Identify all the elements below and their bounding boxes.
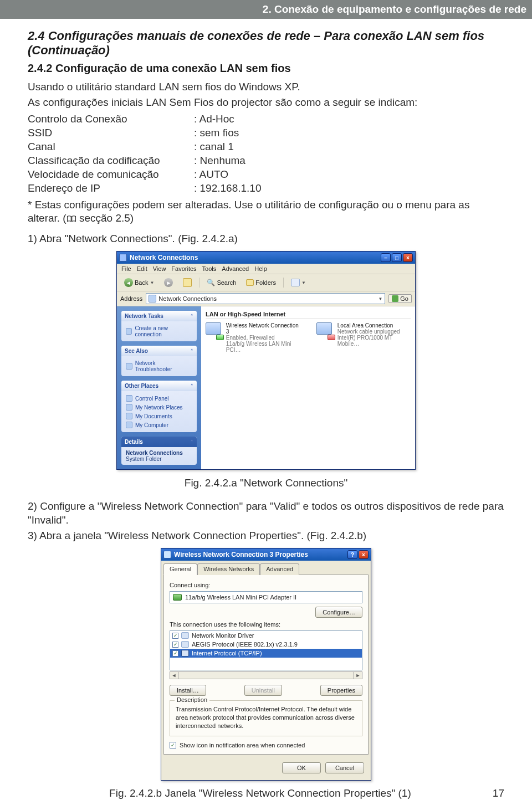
items-listbox[interactable]: ✓ Network Monitor Driver ✓ AEGIS Protoco… <box>170 630 362 670</box>
main-pane: LAN or High-Speed Internet Wireless Netw… <box>201 306 415 469</box>
help-button[interactable]: ? <box>347 550 357 559</box>
menu-item[interactable]: Tools <box>202 265 217 272</box>
description-text: Transmission Control Protocol/Internet P… <box>176 705 356 730</box>
sidebar-item-label: My Computer <box>135 422 168 428</box>
list-item-selected[interactable]: ✓ Internet Protocol (TCP/IP) <box>170 649 362 658</box>
tab-body: Connect using: 11a/b/g Wireless LAN Mini… <box>163 575 369 755</box>
menu-item[interactable]: Favorites <box>171 265 196 272</box>
menu-item[interactable]: Advanced <box>222 265 249 272</box>
configure-button[interactable]: Configure… <box>315 607 362 618</box>
panel-title: Other Places <box>125 383 158 389</box>
details-line: System Folder <box>126 456 192 462</box>
sidebar-item[interactable]: My Documents <box>126 412 192 421</box>
checkbox-icon[interactable]: ✓ <box>170 742 176 748</box>
go-button[interactable]: Go <box>388 294 412 303</box>
address-input[interactable]: Network Connections ▼ <box>146 293 385 304</box>
menubar[interactable]: File Edit View Favorites Tools Advanced … <box>117 264 415 274</box>
back-icon: ◄ <box>124 278 133 287</box>
toolbar: ◄Back▼ ► 🔍Search Folders ▼ <box>117 274 415 291</box>
sidebar-item[interactable]: My Computer <box>126 421 192 429</box>
link-icon <box>126 328 132 335</box>
close-button[interactable]: × <box>359 550 369 559</box>
connection-status: Enabled, Firewalled <box>226 335 300 341</box>
intro-p1: Usando o utilitário standard LAN sem fio… <box>28 80 504 94</box>
checkbox-icon[interactable]: ✓ <box>172 633 178 639</box>
kv-val: : sem fios <box>194 126 239 140</box>
adapter-icon <box>173 594 182 601</box>
titlebar[interactable]: Network Connections – □ × <box>117 252 415 264</box>
dropdown-icon[interactable]: ▼ <box>378 296 382 301</box>
up-button[interactable] <box>180 276 195 289</box>
folders-icon <box>246 279 254 286</box>
titlebar[interactable]: Wireless Network Connection 3 Properties… <box>161 548 371 561</box>
note: * Estas configurações podem ser alterada… <box>28 198 504 227</box>
forward-icon: ► <box>164 278 173 287</box>
close-button[interactable]: × <box>403 253 413 262</box>
list-item[interactable]: ✓ AEGIS Protocol (IEEE 802.1x) v2.3.1.9 <box>170 640 362 649</box>
protocol-icon <box>181 632 189 639</box>
intro-p2: As configurações iniciais LAN Sem Fios d… <box>28 96 504 109</box>
collapse-icon[interactable]: ˄ <box>191 314 193 319</box>
scroll-right-icon[interactable]: ► <box>354 671 362 679</box>
kv-key: Velocidade de comunicação <box>28 167 194 181</box>
sidebar-item[interactable]: Control Panel <box>126 394 192 403</box>
sidebar-item-label: Control Panel <box>135 396 169 402</box>
ok-button[interactable]: OK <box>282 762 321 773</box>
protocol-icon <box>181 641 189 648</box>
tab-general[interactable]: General <box>163 563 197 575</box>
connection-item-wireless[interactable]: Wireless Network Connection 3 Enabled, F… <box>206 322 300 353</box>
menu-item[interactable]: View <box>153 265 166 272</box>
window-icon <box>119 254 127 262</box>
kv-key: Canal <box>28 140 194 153</box>
panel-title: See Also <box>125 348 148 354</box>
checkbox-icon[interactable]: ✓ <box>172 650 178 657</box>
views-button[interactable]: ▼ <box>288 277 309 288</box>
status-enabled-icon <box>216 335 224 340</box>
scroll-track[interactable] <box>178 671 354 679</box>
collapse-icon[interactable]: ˄ <box>191 383 193 389</box>
kv-key: Endereço de IP <box>28 181 194 195</box>
sidebar-item-label: My Network Places <box>135 404 183 411</box>
search-button[interactable]: 🔍Search <box>204 277 239 288</box>
kv-key: SSID <box>28 126 194 140</box>
connect-using-label: Connect using: <box>170 582 362 588</box>
scroll-left-icon[interactable]: ◄ <box>170 671 178 679</box>
sidebar-item[interactable]: Network Troubleshooter <box>126 359 192 373</box>
collapse-icon[interactable]: ˄ <box>191 348 193 354</box>
back-button[interactable]: ◄Back▼ <box>121 276 157 289</box>
sidebar-item-label: Network Troubleshooter <box>135 360 192 372</box>
maximize-button[interactable]: □ <box>392 253 402 262</box>
toolbar-divider <box>283 278 284 288</box>
group-header: LAN or High-Speed Internet <box>206 310 411 319</box>
kv-val: : canal 1 <box>194 140 234 153</box>
sidebar-item[interactable]: My Network Places <box>126 403 192 412</box>
tab-wireless-networks[interactable]: Wireless Networks <box>197 563 260 575</box>
connection-name: Local Area Connection <box>337 322 411 329</box>
properties-button[interactable]: Properties <box>320 685 362 696</box>
tab-advanced[interactable]: Advanced <box>260 563 299 575</box>
list-item[interactable]: ✓ Network Monitor Driver <box>170 631 362 640</box>
adapter-field[interactable]: 11a/b/g Wireless LAN Mini PCI Adapter II <box>170 591 362 603</box>
sidebar-item[interactable]: Create a new connection <box>126 324 192 339</box>
uninstall-button[interactable]: Uninstall <box>244 685 282 696</box>
menu-item[interactable]: Help <box>254 265 267 272</box>
collapse-icon[interactable]: ˄ <box>191 439 193 445</box>
connection-item-lan[interactable]: Local Area Connection Network cable unpl… <box>316 322 411 353</box>
checkbox-icon[interactable]: ✓ <box>172 642 178 648</box>
link-icon <box>126 404 132 411</box>
section-title-text: 2.4 Configurações manuais de conexões de… <box>28 29 484 43</box>
menu-item[interactable]: Edit <box>137 265 147 272</box>
list-item-label: AEGIS Protocol (IEEE 802.1x) v2.3.1.9 <box>192 641 298 648</box>
show-icon-row[interactable]: ✓ Show icon in notification area when co… <box>170 742 362 748</box>
kv-val: : AUTO <box>194 167 228 181</box>
forward-button[interactable]: ► <box>161 276 176 289</box>
description-legend: Description <box>175 696 209 703</box>
kv-val: : Nenhuma <box>194 153 245 167</box>
minimize-button[interactable]: – <box>381 253 391 262</box>
menu-item[interactable]: File <box>121 265 131 272</box>
list-scrollbar[interactable]: ◄ ► <box>170 671 362 679</box>
cancel-button[interactable]: Cancel <box>325 762 364 773</box>
install-button[interactable]: Install… <box>170 685 206 696</box>
folders-button[interactable]: Folders <box>243 278 279 288</box>
link-icon <box>126 363 132 370</box>
